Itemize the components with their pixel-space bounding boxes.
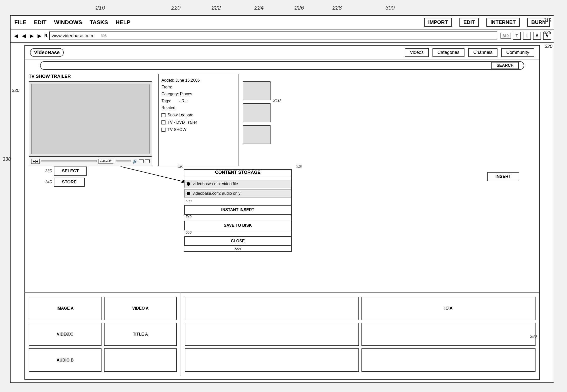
asset-io-a[interactable]: IO A: [361, 297, 536, 320]
nav-channels[interactable]: Channels: [468, 48, 497, 57]
checkbox-dvd[interactable]: [161, 120, 165, 124]
storage-item-video[interactable]: videobase.com: video file: [184, 180, 291, 188]
thumb-col: 310: [243, 74, 271, 166]
video-title: TV SHOW TRAILER: [29, 74, 155, 79]
ref-510: 510: [296, 164, 302, 168]
asset-video-a[interactable]: VIDEO A: [104, 297, 177, 320]
nav-btn-a[interactable]: A: [533, 32, 541, 40]
storage-item-audio[interactable]: videobase.com: audio only: [184, 189, 291, 198]
instant-insert-btn[interactable]: INSTANT INSERT: [184, 205, 291, 215]
nav-categories[interactable]: Categories: [432, 48, 464, 57]
ref-226: 226: [295, 5, 304, 11]
content-storage-popup: 520 510 CONTENT STORAGE videobase.com: v…: [184, 169, 292, 252]
ref-220: 220: [171, 5, 181, 11]
play-btn[interactable]: ▶|◀: [31, 159, 40, 164]
ref-224: 224: [254, 5, 264, 11]
ref-325: 325: [544, 30, 551, 35]
nav-forward-arrow[interactable]: ▶: [37, 32, 42, 39]
vb-header: VideoBase Videos Categories Channels Com…: [25, 46, 539, 60]
nav-back-arrow[interactable]: ◀: [13, 32, 19, 39]
info-url: URL:: [179, 97, 188, 104]
ref-345: 345: [45, 180, 52, 184]
volume-slider[interactable]: [116, 160, 131, 162]
time-display: 4:42/4:42: [98, 159, 113, 164]
checkbox-snow[interactable]: [161, 113, 165, 117]
ref-540: 540: [186, 215, 191, 219]
thumb-1: [243, 81, 271, 100]
nav-community[interactable]: Community: [501, 48, 534, 57]
video-player: 500: [29, 81, 152, 157]
ref-520: 520: [177, 164, 183, 168]
nav-bar: ◀ ◀ ▶ ▶ R www.videobase.com 305 310 T I …: [11, 29, 554, 43]
select-btn[interactable]: SELECT: [54, 167, 87, 176]
menu-edit[interactable]: EDIT: [34, 19, 47, 26]
nav-btn-t[interactable]: T: [513, 32, 521, 40]
asset-audio-b[interactable]: AUDIO B: [29, 348, 102, 372]
info-added: Added: June 15,2006: [161, 77, 236, 84]
save-to-disk-btn[interactable]: SAVE TO DISK: [184, 221, 291, 230]
asset-empty-4: [361, 323, 536, 346]
store-btn[interactable]: STORE: [54, 178, 85, 187]
video-info: Added: June 15,2006 From: Category: Plac…: [158, 74, 239, 166]
insert-btn[interactable]: INSERT: [487, 172, 519, 181]
search-btn[interactable]: SEARCH: [491, 62, 519, 69]
menu-file[interactable]: FILE: [14, 19, 26, 26]
btn-import[interactable]: IMPORT: [424, 18, 452, 27]
storage-dot-video: [187, 182, 190, 186]
progress-slider[interactable]: [41, 160, 97, 162]
nav-btn-i[interactable]: I: [523, 32, 531, 40]
ref-330: 330: [12, 88, 19, 93]
close-btn[interactable]: CLOSE: [184, 236, 291, 246]
video-section: TV SHOW TRAILER 500 ▶|◀ 4:42/4:42 🔊: [25, 72, 539, 168]
asset-image-a[interactable]: IMAGE A: [29, 297, 102, 320]
related-dvd: TV - DVD Trailer: [168, 119, 197, 126]
ref-270: 270: [64, 332, 71, 337]
nav-prev-arrow[interactable]: ◀: [21, 32, 27, 39]
asset-empty-6: [361, 348, 536, 372]
ref-320: 320: [545, 44, 552, 49]
menu-windows[interactable]: WINDOWS: [54, 19, 82, 26]
info-tags: Tags:: [161, 97, 171, 104]
asset-grid: IMAGE A VIDEO A VIDEO C TITLE A AUDIO B: [25, 293, 181, 376]
nav-next-arrow[interactable]: ▶: [29, 32, 35, 39]
related-item-3: TV SHOW: [161, 126, 236, 133]
info-related-label: Related:: [161, 104, 236, 111]
diagram-frame: FILE EDIT WINDOWS TASKS HELP IMPORT EDIT…: [10, 15, 554, 383]
browser-inner: VideoBase Videos Categories Channels Com…: [24, 45, 540, 380]
ref-222: 222: [212, 5, 221, 11]
related-snow: Snow Leopard: [168, 112, 193, 118]
settings-btn[interactable]: [145, 159, 150, 163]
url-bar[interactable]: www.videobase.com 305: [49, 31, 497, 40]
ref-300: 300: [385, 5, 395, 11]
asset-empty-2: [185, 297, 359, 320]
url-text: www.videobase.com: [52, 33, 93, 39]
bottom-area: IMAGE A VIDEO A VIDEO C TITLE A AUDIO B …: [25, 292, 539, 376]
nav-ref-310: 310: [501, 33, 511, 39]
asset-empty: [104, 348, 177, 372]
thumb-2: [243, 103, 271, 122]
fullscreen-btn[interactable]: [139, 159, 144, 163]
menu-bar: FILE EDIT WINDOWS TASKS HELP IMPORT EDIT…: [11, 16, 554, 29]
info-tags-url: Tags: URL:: [161, 97, 236, 104]
related-tvshow: TV SHOW: [168, 126, 186, 133]
video-left: TV SHOW TRAILER 500 ▶|◀ 4:42/4:42 🔊: [29, 74, 155, 166]
ref-315: 315: [544, 18, 551, 23]
storage-audio-label: videobase.com: audio only: [193, 191, 240, 196]
nav-videos[interactable]: Videos: [405, 48, 429, 57]
asset-grid-right: IO A: [181, 293, 539, 376]
popup-title: CONTENT STORAGE: [184, 170, 291, 177]
menu-tasks[interactable]: TASKS: [90, 19, 108, 26]
ref-280: 280: [530, 334, 537, 339]
btn-edit[interactable]: EDIT: [459, 18, 479, 27]
url-ref-305: 305: [101, 34, 107, 38]
asset-empty-5: [185, 348, 359, 372]
asset-title-a[interactable]: TITLE A: [104, 323, 177, 346]
menu-help[interactable]: HELP: [116, 19, 130, 26]
checkbox-tvshow[interactable]: [161, 128, 165, 132]
vol-icon: 🔊: [132, 159, 138, 164]
btn-internet[interactable]: INTERNET: [486, 18, 520, 27]
info-category: Category: Places: [161, 90, 236, 97]
related-item-1: Snow Leopard: [161, 112, 236, 118]
ref-outer-330: 330: [3, 156, 11, 162]
asset-empty-3: [185, 323, 359, 346]
